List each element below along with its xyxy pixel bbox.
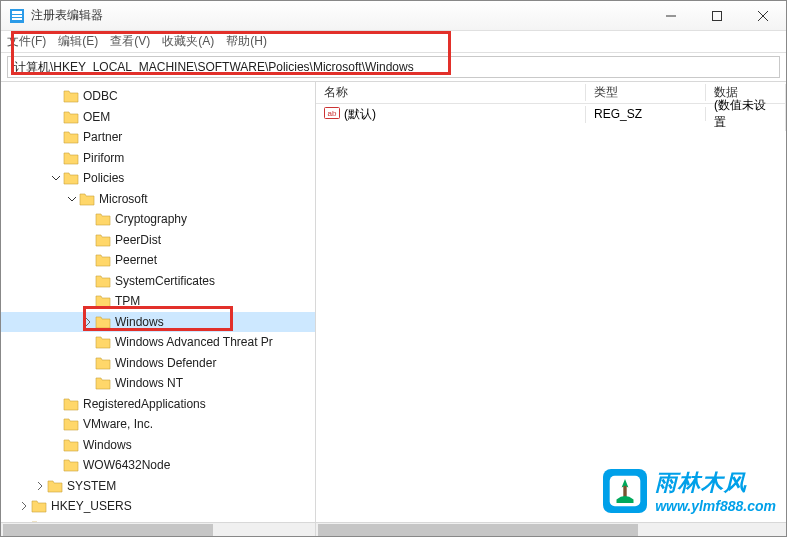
tree-node[interactable]: Microsoft	[1, 189, 315, 210]
tree-node[interactable]: Piriform	[1, 148, 315, 169]
address-input[interactable]	[8, 60, 779, 74]
tree-node[interactable]: RegisteredApplications	[1, 394, 315, 415]
svg-rect-1	[12, 11, 22, 14]
svg-rect-2	[12, 15, 22, 17]
tree-label: Windows Advanced Threat Pr	[115, 335, 273, 349]
tree-node[interactable]: Policies	[1, 168, 315, 189]
tree-label: Microsoft	[99, 192, 148, 206]
tree-label: Cryptography	[115, 212, 187, 226]
col-name[interactable]: 名称	[316, 84, 586, 101]
tree-node[interactable]: OEM	[1, 107, 315, 128]
tree-label: SystemCertificates	[115, 274, 215, 288]
tree-label: Policies	[83, 171, 124, 185]
watermark-en: www.ylmf888.com	[655, 498, 776, 514]
tree-label: WOW6432Node	[83, 458, 170, 472]
tree-label: PeerDist	[115, 233, 161, 247]
tree-node[interactable]: Windows Defender	[1, 353, 315, 374]
watermark: 雨林木风 www.ylmf888.com	[603, 468, 776, 514]
tree-node[interactable]: WOW6432Node	[1, 455, 315, 476]
chevron-icon[interactable]	[33, 482, 47, 490]
tree-node[interactable]: Windows NT	[1, 373, 315, 394]
col-type[interactable]: 类型	[586, 84, 706, 101]
tree-node[interactable]: PeerDist	[1, 230, 315, 251]
value-data: (数值未设置	[706, 97, 786, 131]
watermark-logo	[603, 469, 647, 513]
svg-rect-5	[713, 11, 722, 20]
chevron-icon[interactable]	[49, 174, 63, 182]
svg-text:ab: ab	[328, 109, 337, 118]
menu-edit[interactable]: 编辑(E)	[58, 33, 98, 50]
tree-label: Windows	[83, 438, 132, 452]
tree-label: VMware, Inc.	[83, 417, 153, 431]
tree-node[interactable]: Cryptography	[1, 209, 315, 230]
close-button[interactable]	[740, 1, 786, 31]
tree-pane: ODBCOEMPartnerPiriformPoliciesMicrosoftC…	[1, 82, 316, 537]
window-title: 注册表编辑器	[31, 7, 648, 24]
tree-node[interactable]: ODBC	[1, 86, 315, 107]
menu-fav[interactable]: 收藏夹(A)	[162, 33, 214, 50]
title-bar: 注册表编辑器	[1, 1, 786, 31]
tree-node[interactable]: VMware, Inc.	[1, 414, 315, 435]
tree-label: Partner	[83, 130, 122, 144]
menu-file[interactable]: 文件(F)	[7, 33, 46, 50]
chevron-icon[interactable]	[17, 502, 31, 510]
tree-node[interactable]: HKEY_USERS	[1, 496, 315, 517]
values-h-scrollbar[interactable]	[316, 522, 786, 537]
app-icon	[9, 8, 25, 24]
address-bar[interactable]	[7, 56, 780, 78]
tree-h-scrollbar[interactable]	[1, 522, 315, 537]
tree-label: ODBC	[83, 89, 118, 103]
menu-view[interactable]: 查看(V)	[110, 33, 150, 50]
minimize-button[interactable]	[648, 1, 694, 31]
tree-label: TPM	[115, 294, 140, 308]
menu-bar: 文件(F) 编辑(E) 查看(V) 收藏夹(A) 帮助(H)	[1, 31, 786, 53]
maximize-button[interactable]	[694, 1, 740, 31]
tree-node[interactable]: SystemCertificates	[1, 271, 315, 292]
tree-label: Windows Defender	[115, 356, 216, 370]
tree-node[interactable]: Windows Advanced Threat Pr	[1, 332, 315, 353]
value-name: (默认)	[344, 106, 376, 123]
value-rows[interactable]: ab(默认)REG_SZ(数值未设置	[316, 104, 786, 522]
tree-node[interactable]: TPM	[1, 291, 315, 312]
svg-rect-3	[12, 18, 22, 20]
menu-help[interactable]: 帮助(H)	[226, 33, 267, 50]
tree-label: HKEY_USERS	[51, 499, 132, 513]
value-row[interactable]: ab(默认)REG_SZ(数值未设置	[316, 104, 786, 124]
tree-node[interactable]: Windows	[1, 312, 315, 333]
tree-label: Windows NT	[115, 376, 183, 390]
chevron-icon[interactable]	[81, 318, 95, 326]
tree-label: SYSTEM	[67, 479, 116, 493]
tree-label: Peernet	[115, 253, 157, 267]
tree-node[interactable]: SYSTEM	[1, 476, 315, 497]
tree-label: RegisteredApplications	[83, 397, 206, 411]
tree-node[interactable]: Peernet	[1, 250, 315, 271]
tree[interactable]: ODBCOEMPartnerPiriformPoliciesMicrosoftC…	[1, 82, 315, 522]
string-icon: ab	[324, 106, 340, 123]
tree-label: Piriform	[83, 151, 124, 165]
tree-node[interactable]: Windows	[1, 435, 315, 456]
tree-label: OEM	[83, 110, 110, 124]
svg-rect-11	[623, 486, 626, 498]
value-type: REG_SZ	[586, 107, 706, 121]
tree-node[interactable]: Partner	[1, 127, 315, 148]
chevron-icon[interactable]	[65, 195, 79, 203]
tree-label: Windows	[115, 315, 164, 329]
watermark-cn: 雨林木风	[655, 468, 776, 498]
